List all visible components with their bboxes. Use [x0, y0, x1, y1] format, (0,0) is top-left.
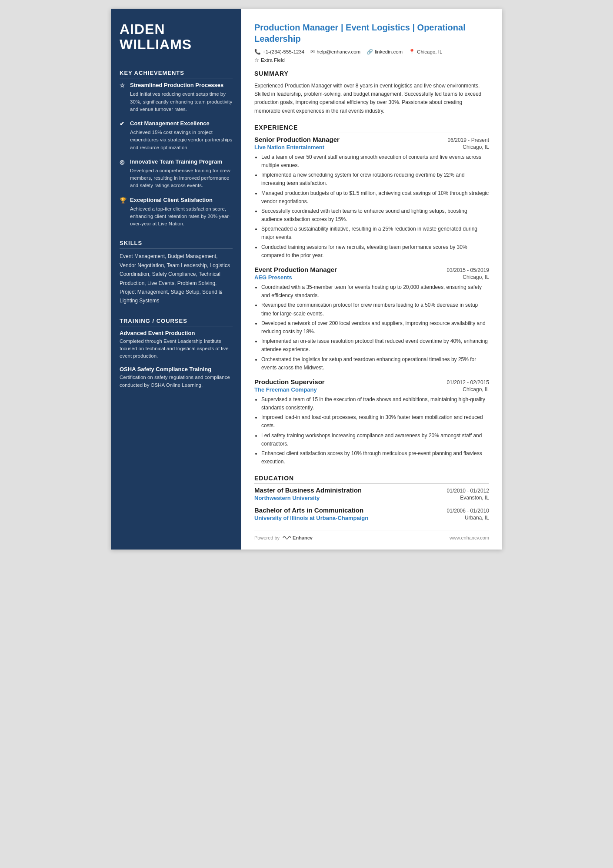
bullet: Implemented a new scheduling system for … — [261, 171, 489, 188]
extra-field-row: ☆ Extra Field — [254, 57, 489, 63]
bullet: Revamped the communication protocol for … — [261, 301, 489, 318]
job-entry: Senior Production Manager 06/2019 - Pres… — [254, 136, 489, 260]
enhancv-logo: Enhancv — [282, 535, 313, 541]
location-text: Chicago, IL — [417, 49, 442, 54]
training-list: Advanced Event Production Completed thro… — [120, 330, 233, 389]
bullet: Implemented an on-site issue resolution … — [261, 337, 489, 354]
experience-list: Senior Production Manager 06/2019 - Pres… — [254, 136, 489, 466]
achievement-desc: Developed a comprehensive training for c… — [120, 167, 233, 190]
skills-text: Event Management, Budget Management, Ven… — [120, 252, 233, 305]
job-title: Senior Production Manager — [254, 136, 340, 143]
location-icon: 📍 — [409, 49, 415, 55]
summary-section: SUMMARY Experienced Production Manager w… — [254, 70, 489, 115]
achievements-list: ☆ Streamlined Production Processes Led i… — [120, 82, 233, 228]
bullet: Led safety training workshops increasing… — [261, 432, 489, 448]
bullet: Spearheaded a sustainability initiative,… — [261, 225, 489, 241]
bullet: Managed production budgets of up to $1.5… — [261, 189, 489, 206]
sidebar: AIDEN WILLIAMS KEY ACHIEVEMENTS ☆ Stream… — [111, 9, 241, 550]
main-content: Production Manager | Event Logistics | O… — [241, 9, 502, 550]
achievement-desc: Led initiatives reducing event setup tim… — [120, 90, 233, 113]
achievement-item: ☆ Streamlined Production Processes Led i… — [120, 82, 233, 113]
edu-dates: 01/2010 - 01/2012 — [447, 488, 489, 494]
email-text: help@enhancv.com — [316, 49, 360, 54]
bullet: Coordinated with a 35-member team for ev… — [261, 283, 489, 300]
edu-location: Evanston, IL — [460, 495, 489, 501]
skills-section: SKILLS Event Management, Budget Manageme… — [120, 240, 233, 305]
job-entry: Production Supervisor 01/2012 - 02/2015 … — [254, 378, 489, 466]
achievement-title: Streamlined Production Processes — [130, 82, 223, 88]
footer-website: www.enhancv.com — [450, 535, 489, 540]
bullet: Enhanced client satisfaction scores by 1… — [261, 449, 489, 466]
linkedin-icon: 🔗 — [366, 49, 373, 55]
star-icon: ☆ — [254, 57, 259, 63]
footer-logo: Powered by Enhancv — [254, 535, 313, 541]
edu-location: Urbana, IL — [465, 515, 489, 521]
job-company: Live Nation Entertainment — [254, 144, 324, 151]
achievements-section: KEY ACHIEVEMENTS ☆ Streamlined Productio… — [120, 70, 233, 228]
summary-text: Experienced Production Manager with over… — [254, 82, 489, 115]
training-item-title: OSHA Safety Compliance Training — [120, 366, 233, 372]
training-section: TRAINING / COURSES Advanced Event Produc… — [120, 318, 233, 389]
training-item: OSHA Safety Compliance Training Certific… — [120, 366, 233, 389]
training-item-desc: Completed through Event Leadership Insti… — [120, 338, 233, 360]
resume-container: AIDEN WILLIAMS KEY ACHIEVEMENTS ☆ Stream… — [111, 9, 502, 550]
job-dates: 01/2012 - 02/2015 — [447, 379, 489, 385]
bullet: Conducted training sessions for new recr… — [261, 243, 489, 260]
edu-entry: Bachelor of Arts in Communication 01/200… — [254, 506, 489, 521]
edu-school: Northwestern University — [254, 495, 320, 501]
email-icon: ✉ — [310, 49, 315, 55]
achievement-item: ◎ Innovative Team Training Program Devel… — [120, 158, 233, 190]
job-location: Chicago, IL — [463, 386, 489, 393]
achievement-title: Exceptional Client Satisfaction — [130, 197, 213, 203]
edu-entry: Master of Business Administration 01/201… — [254, 486, 489, 501]
email-item: ✉ help@enhancv.com — [310, 49, 360, 55]
training-item-title: Advanced Event Production — [120, 330, 233, 336]
job-entry: Event Production Manager 03/2015 - 05/20… — [254, 266, 489, 372]
edu-dates: 01/2006 - 01/2010 — [447, 508, 489, 514]
achievement-icon: ☆ — [120, 82, 127, 89]
phone-icon: 📞 — [254, 49, 261, 55]
experience-title: EXPERIENCE — [254, 124, 489, 133]
summary-title: SUMMARY — [254, 70, 489, 79]
achievement-icon: ◎ — [120, 159, 127, 165]
achievement-icon: 🏆 — [120, 197, 127, 204]
job-dates: 06/2019 - Present — [448, 137, 489, 143]
achievement-desc: Achieved 15% cost savings in project exp… — [120, 129, 233, 151]
bullet: Developed a network of over 200 local ve… — [261, 319, 489, 336]
skills-title: SKILLS — [120, 240, 233, 248]
job-location: Chicago, IL — [463, 144, 489, 151]
bullet: Successfully coordinated with tech teams… — [261, 207, 489, 224]
training-title: TRAINING / COURSES — [120, 318, 233, 326]
candidate-name: AIDEN WILLIAMS — [120, 22, 233, 52]
achievement-icon: ✔ — [120, 121, 127, 127]
bullet: Orchestrated the logistics for setup and… — [261, 355, 489, 372]
job-bullets: Coordinated with a 35-member team for ev… — [254, 283, 489, 372]
job-title: Event Production Manager — [254, 266, 337, 273]
bullet: Led a team of over 50 event staff ensuri… — [261, 153, 489, 170]
job-bullets: Supervised a team of 15 in the execution… — [254, 395, 489, 466]
edu-school: University of Illinois at Urbana-Champai… — [254, 515, 368, 521]
job-location: Chicago, IL — [463, 274, 489, 281]
headline: Production Manager | Event Logistics | O… — [254, 22, 489, 44]
education-section: EDUCATION Master of Business Administrat… — [254, 475, 489, 521]
location-item: 📍 Chicago, IL — [409, 49, 442, 55]
job-bullets: Led a team of over 50 event staff ensuri… — [254, 153, 489, 260]
job-dates: 03/2015 - 05/2019 — [447, 267, 489, 273]
experience-section: EXPERIENCE Senior Production Manager 06/… — [254, 124, 489, 466]
education-title: EDUCATION — [254, 475, 489, 484]
education-list: Master of Business Administration 01/201… — [254, 486, 489, 521]
phone-text: +1-(234)-555-1234 — [263, 49, 304, 54]
linkedin-text: linkedin.com — [375, 49, 403, 54]
job-title: Production Supervisor — [254, 378, 325, 385]
edu-degree: Master of Business Administration — [254, 486, 362, 494]
achievements-title: KEY ACHIEVEMENTS — [120, 70, 233, 78]
achievement-desc: Achieved a top-tier client satisfaction … — [120, 205, 233, 228]
bullet: Improved load-in and load-out processes,… — [261, 413, 489, 430]
training-item-desc: Certification on safety regulations and … — [120, 374, 233, 389]
extra-field-text: Extra Field — [261, 57, 285, 63]
achievement-item: 🏆 Exceptional Client Satisfaction Achiev… — [120, 197, 233, 228]
job-company: AEG Presents — [254, 274, 292, 281]
enhancv-brand: Enhancv — [293, 535, 313, 540]
footer: Powered by Enhancv www.enhancv.com — [254, 530, 489, 541]
phone-item: 📞 +1-(234)-555-1234 — [254, 49, 304, 55]
